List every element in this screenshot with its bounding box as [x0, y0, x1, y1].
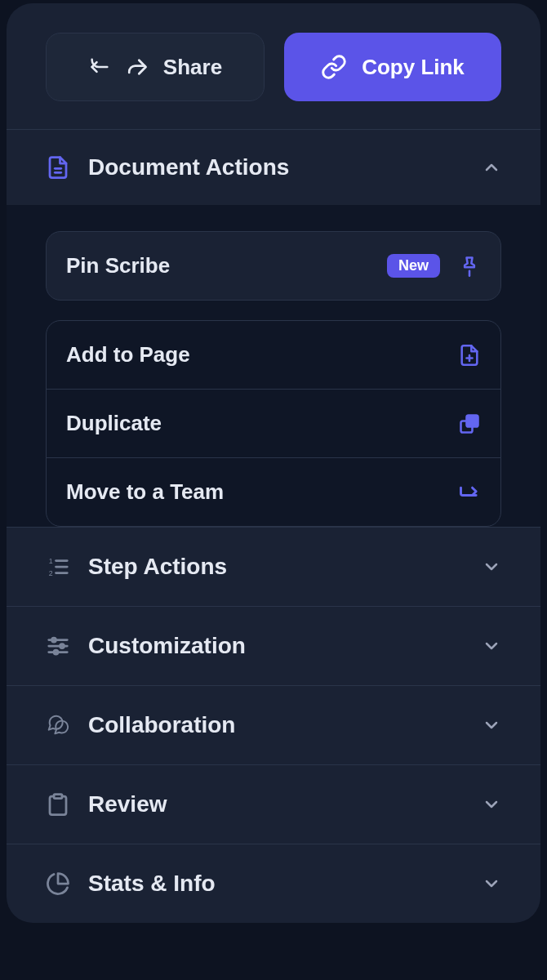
action-move-to-team[interactable]: Move to a Team	[47, 457, 500, 526]
document-actions-content: Pin Scribe New Add to Page	[7, 205, 540, 527]
copy-link-label: Copy Link	[362, 55, 465, 80]
move-arrow-icon	[458, 481, 481, 504]
chevron-up-icon	[482, 158, 501, 177]
section-collaboration[interactable]: Collaboration	[7, 685, 540, 764]
clipboard-icon	[46, 792, 70, 817]
file-plus-icon	[458, 344, 481, 367]
chat-icon	[46, 713, 70, 737]
new-badge: New	[387, 254, 440, 278]
section-stats-info[interactable]: Stats & Info	[7, 844, 540, 923]
action-label: Pin Scribe	[66, 253, 387, 278]
chevron-down-icon	[482, 715, 501, 735]
share-arrow-icon	[144, 56, 167, 78]
svg-rect-17	[54, 795, 62, 799]
duplicate-icon	[458, 412, 481, 435]
svg-text:2: 2	[49, 569, 53, 577]
share-button[interactable]: Share	[46, 33, 265, 101]
section-step-actions[interactable]: 1 2 Step Actions	[7, 527, 540, 606]
action-pin-scribe[interactable]: Pin Scribe New	[46, 231, 501, 301]
pin-icon	[458, 255, 481, 278]
chevron-down-icon	[482, 557, 501, 577]
pie-chart-icon	[46, 871, 70, 896]
section-title: Document Actions	[88, 154, 482, 180]
section-document-actions[interactable]: Document Actions	[7, 129, 540, 205]
action-label: Duplicate	[66, 411, 458, 436]
section-title: Step Actions	[88, 554, 482, 580]
chevron-down-icon	[482, 636, 501, 656]
list-icon: 1 2	[46, 555, 70, 579]
sliders-icon	[46, 634, 70, 658]
section-title: Stats & Info	[88, 871, 482, 897]
action-group: Add to Page Duplicate	[46, 320, 501, 527]
chevron-down-icon	[482, 874, 501, 893]
action-label: Add to Page	[66, 342, 458, 368]
share-icon	[88, 56, 111, 78]
header-buttons: Share Copy Link	[7, 3, 540, 129]
section-title: Review	[88, 791, 482, 817]
section-title: Collaboration	[88, 712, 482, 738]
share-label: Share	[163, 55, 222, 80]
document-icon	[46, 155, 70, 180]
action-duplicate[interactable]: Duplicate	[47, 389, 500, 457]
copy-link-button[interactable]: Copy Link	[284, 33, 501, 101]
chevron-down-icon	[482, 795, 501, 814]
action-add-to-page[interactable]: Add to Page	[47, 321, 500, 389]
link-icon	[321, 54, 347, 80]
action-label: Move to a Team	[66, 479, 458, 505]
section-review[interactable]: Review	[7, 764, 540, 844]
actions-panel: Share Copy Link Document Actions	[7, 3, 540, 923]
svg-text:1: 1	[49, 557, 53, 565]
section-customization[interactable]: Customization	[7, 606, 540, 685]
section-title: Customization	[88, 633, 482, 659]
